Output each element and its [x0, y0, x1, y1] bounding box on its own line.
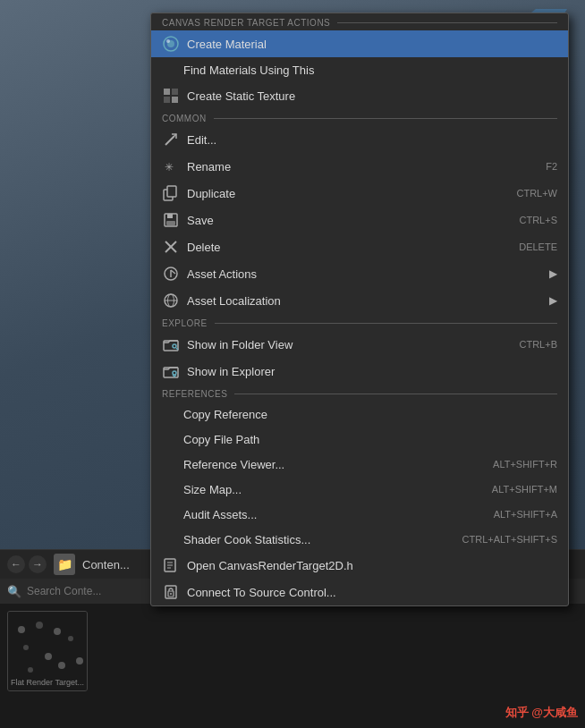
thumbnail-area: Flat Render Target... [0, 604, 585, 698]
asset-localization-icon [162, 292, 180, 309]
delete-label: Delete [187, 241, 512, 254]
asset-thumbnail[interactable]: Flat Render Target... [7, 611, 88, 691]
menu-item-shader-cook[interactable]: Shader Cook Statistics... CTRL+ALT+SHIFT… [151, 527, 568, 552]
svg-point-3 [54, 628, 61, 635]
context-menu: CANVAS RENDER TARGET ACTIONS Create Mate… [150, 13, 569, 606]
menu-item-show-explorer[interactable]: Show in Explorer [151, 358, 568, 385]
open-canvas-icon [162, 556, 180, 574]
asset-actions-label: Asset Actions [187, 267, 538, 281]
section-header-references: REFERENCES [151, 385, 568, 402]
duplicate-label: Duplicate [187, 187, 509, 200]
svg-rect-14 [172, 89, 178, 95]
show-explorer-icon [162, 362, 180, 380]
show-explorer-label: Show in Explorer [187, 365, 557, 378]
nav-back-button[interactable]: ← [7, 555, 25, 573]
svg-rect-21 [167, 186, 176, 197]
asset-localization-label: Asset Localization [187, 294, 538, 308]
nav-forward-button[interactable]: → [29, 555, 47, 573]
reference-viewer-label: Reference Viewer... [183, 458, 486, 471]
edit-icon [162, 131, 180, 148]
nav-buttons: ← → [7, 555, 47, 573]
menu-item-save[interactable]: Save CTRL+S [151, 207, 568, 233]
svg-point-34 [173, 344, 176, 348]
svg-point-2 [36, 622, 43, 629]
audit-assets-label: Audit Assets... [183, 508, 487, 521]
size-map-shortcut: ALT+SHIFT+M [492, 484, 557, 495]
menu-item-copy-file-path[interactable]: Copy File Path [151, 427, 568, 452]
menu-item-duplicate[interactable]: Duplicate CTRL+W [151, 180, 568, 207]
menu-item-reference-viewer[interactable]: Reference Viewer... ALT+SHIFT+R [151, 452, 568, 477]
size-map-label: Size Map... [183, 483, 485, 496]
menu-item-find-materials[interactable]: Find Materials Using This [151, 57, 568, 82]
section-header-explore: EXPLORE [151, 314, 568, 331]
svg-rect-13 [164, 89, 170, 95]
svg-point-9 [76, 657, 83, 665]
duplicate-icon [162, 184, 180, 202]
svg-point-6 [68, 636, 73, 641]
svg-point-1 [18, 626, 25, 633]
audit-assets-shortcut: ALT+SHIFT+A [494, 509, 557, 520]
search-icon: 🔍 [7, 585, 21, 598]
menu-item-size-map[interactable]: Size Map... ALT+SHIFT+M [151, 477, 568, 502]
show-folder-view-shortcut: CTRL+B [520, 339, 558, 350]
menu-item-audit-assets[interactable]: Audit Assets... ALT+SHIFT+A [151, 502, 568, 527]
reference-viewer-shortcut: ALT+SHIFT+R [493, 459, 557, 470]
svg-point-44 [170, 593, 172, 595]
copy-reference-label: Copy Reference [183, 408, 557, 421]
svg-rect-23 [167, 214, 173, 218]
svg-rect-24 [166, 221, 175, 225]
open-canvas-label: Open CanvasRenderTarget2D.h [187, 559, 557, 572]
svg-point-8 [28, 667, 33, 673]
rename-shortcut: F2 [546, 161, 557, 172]
menu-item-show-folder-view[interactable]: Show in Folder View CTRL+B [151, 331, 568, 358]
svg-point-37 [173, 371, 176, 375]
create-material-label: Create Material [187, 38, 557, 51]
svg-point-7 [58, 662, 65, 669]
connect-source-icon [162, 583, 180, 601]
find-materials-label: Find Materials Using This [183, 63, 557, 77]
svg-point-4 [23, 645, 29, 650]
asset-actions-arrow: ▶ [549, 267, 557, 280]
show-folder-view-icon [162, 335, 180, 353]
menu-item-asset-actions[interactable]: Asset Actions ▶ [151, 260, 568, 287]
menu-item-edit[interactable]: Edit... [151, 126, 568, 153]
svg-rect-16 [172, 97, 178, 103]
delete-icon [162, 238, 180, 256]
duplicate-shortcut: CTRL+W [516, 188, 557, 199]
rename-icon: ✳ [162, 157, 180, 175]
section-header-common: COMMON [151, 109, 568, 126]
section-header-canvas: CANVAS RENDER TARGET ACTIONS [151, 13, 568, 30]
menu-item-connect-source[interactable]: Connect To Source Control... [151, 579, 568, 605]
svg-point-12 [166, 39, 170, 43]
edit-label: Edit... [187, 133, 557, 147]
create-static-texture-label: Create Static Texture [187, 89, 557, 103]
rename-label: Rename [187, 160, 538, 174]
create-static-texture-icon [162, 87, 180, 105]
connect-source-label: Connect To Source Control... [187, 586, 557, 599]
folder-icon: 📁 [54, 554, 75, 575]
copy-file-path-label: Copy File Path [183, 433, 557, 446]
menu-item-asset-localization[interactable]: Asset Localization ▶ [151, 287, 568, 314]
save-label: Save [187, 214, 513, 227]
delete-shortcut: DELETE [519, 241, 557, 252]
menu-item-create-material[interactable]: Create Material [151, 30, 568, 57]
svg-line-17 [165, 136, 174, 145]
save-icon [162, 211, 180, 229]
svg-rect-15 [164, 97, 170, 103]
content-label: Conten... [82, 558, 130, 571]
menu-item-delete[interactable]: Delete DELETE [151, 233, 568, 260]
svg-text:✳: ✳ [165, 161, 174, 174]
create-material-icon [162, 35, 180, 53]
svg-point-5 [45, 653, 52, 660]
shader-cook-shortcut: CTRL+ALT+SHIFT+S [462, 534, 557, 545]
menu-item-create-static-texture[interactable]: Create Static Texture [151, 82, 568, 109]
show-folder-view-label: Show in Folder View [187, 338, 513, 351]
thumbnail-label: Flat Render Target... [8, 678, 87, 687]
menu-item-copy-reference[interactable]: Copy Reference [151, 402, 568, 427]
menu-item-open-canvas[interactable]: Open CanvasRenderTarget2D.h [151, 552, 568, 579]
asset-actions-icon [162, 265, 180, 283]
shader-cook-label: Shader Cook Statistics... [183, 533, 455, 546]
watermark: 知乎 @大咸鱼 [505, 705, 578, 721]
menu-item-rename[interactable]: ✳ Rename F2 [151, 153, 568, 180]
save-shortcut: CTRL+S [520, 215, 558, 225]
